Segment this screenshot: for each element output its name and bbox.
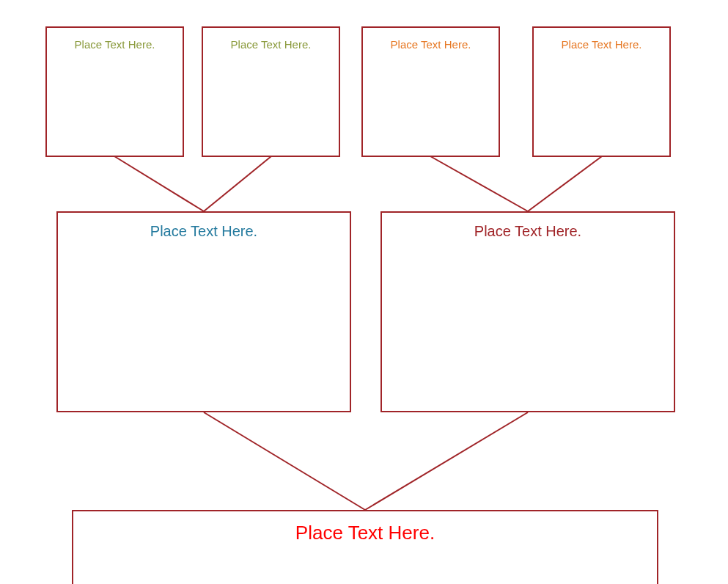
top-box-2-label: Place Text Here. [231, 38, 312, 51]
svg-line-5 [365, 412, 528, 510]
middle-box-right-label: Place Text Here. [474, 223, 581, 239]
svg-line-1 [204, 156, 271, 211]
middle-box-left[interactable]: Place Text Here. [56, 211, 351, 412]
middle-box-left-label: Place Text Here. [150, 223, 257, 239]
svg-line-0 [114, 156, 204, 211]
top-box-3[interactable]: Place Text Here. [361, 26, 500, 157]
top-box-1[interactable]: Place Text Here. [45, 26, 184, 157]
svg-line-3 [528, 156, 602, 211]
svg-line-2 [430, 156, 528, 211]
svg-line-4 [204, 412, 365, 510]
diagram-canvas: Place Text Here. Place Text Here. Place … [0, 0, 728, 584]
bottom-box[interactable]: Place Text Here. [72, 510, 658, 584]
bottom-box-label: Place Text Here. [295, 522, 435, 544]
top-box-4-label: Place Text Here. [562, 38, 642, 51]
top-box-1-label: Place Text Here. [75, 38, 155, 51]
top-box-3-label: Place Text Here. [391, 38, 471, 51]
top-box-4[interactable]: Place Text Here. [532, 26, 671, 157]
top-box-2[interactable]: Place Text Here. [202, 26, 340, 157]
middle-box-right[interactable]: Place Text Here. [380, 211, 675, 412]
